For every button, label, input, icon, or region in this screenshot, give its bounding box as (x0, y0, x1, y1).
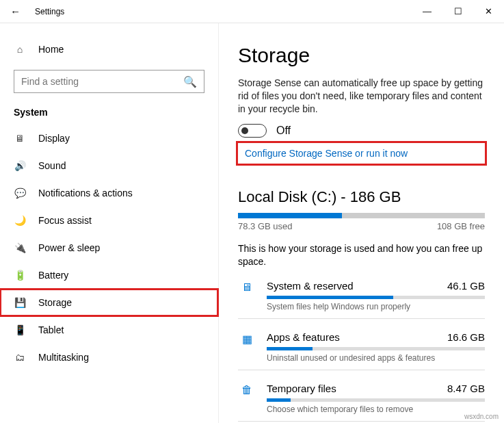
system-reserved-icon: 🖥 (238, 280, 256, 311)
category-subtext: Choose which temporary files to remove (267, 405, 485, 414)
home-label: Home (38, 44, 64, 55)
watermark: wsxdn.com (464, 413, 499, 420)
usage-hint: This is how your storage is used and how… (238, 242, 485, 268)
category-bar (267, 347, 485, 350)
search-icon: 🔍 (183, 75, 197, 88)
sidebar-item-display[interactable]: 🖥Display (0, 125, 218, 152)
sidebar-item-label: Notifications & actions (38, 188, 133, 198)
apps-features-icon: ▦ (238, 331, 256, 363)
display-icon: 🖥 (14, 133, 26, 144)
page-title: Storage (238, 44, 485, 67)
storage-category-row[interactable]: ▦Apps & features16.6 GBUninstall unused … (238, 324, 485, 370)
sidebar-item-power-sleep[interactable]: 🔌Power & sleep (0, 234, 218, 261)
tablet-icon: 📱 (14, 324, 26, 335)
sidebar-item-label: Tablet (38, 324, 64, 335)
search-input[interactable] (21, 76, 183, 87)
storage-sense-description: Storage Sense can automatically free up … (238, 77, 485, 116)
multitasking-icon: 🗂 (14, 352, 26, 363)
storage-sense-toggle[interactable] (238, 124, 267, 138)
close-button[interactable]: ✕ (473, 0, 504, 23)
category-subtext: System files help Windows run properly (267, 302, 485, 311)
sidebar-item-label: Power & sleep (38, 242, 100, 253)
configure-storage-sense-link[interactable]: Configure Storage Sense or run it now (245, 148, 408, 159)
storage-category-row[interactable]: 🗑Temporary files8.47 GBChoose which temp… (238, 376, 485, 422)
sidebar-item-notifications-actions[interactable]: 💬Notifications & actions (0, 179, 218, 207)
disk-free-label: 108 GB free (437, 221, 485, 231)
sidebar: ⌂ Home 🔍 System 🖥Display🔊Sound💬Notificat… (0, 23, 219, 423)
notifications-actions-icon: 💬 (14, 188, 26, 198)
category-name: System & reserved (267, 280, 354, 292)
sidebar-item-tablet[interactable]: 📱Tablet (0, 316, 218, 344)
category-bar (267, 398, 485, 402)
minimize-button[interactable]: — (412, 0, 442, 23)
sidebar-item-label: Battery (38, 270, 68, 281)
sidebar-item-sound[interactable]: 🔊Sound (0, 152, 218, 179)
category-name: Temporary files (267, 383, 336, 394)
back-button[interactable]: ← (0, 0, 31, 23)
category-size: 8.47 GB (447, 383, 485, 394)
sidebar-item-label: Display (38, 133, 70, 144)
window-title: Settings (31, 7, 412, 16)
sidebar-item-focus-assist[interactable]: 🌙Focus assist (0, 207, 218, 234)
sidebar-home[interactable]: ⌂ Home (0, 36, 218, 63)
sidebar-section-header: System (0, 103, 218, 125)
sidebar-item-label: Sound (38, 160, 66, 171)
temporary-files-icon: 🗑 (238, 383, 256, 414)
category-size: 16.6 GB (447, 331, 485, 343)
disk-used-label: 78.3 GB used (238, 221, 293, 231)
maximize-button[interactable]: ☐ (442, 0, 473, 23)
storage-icon: 💾 (14, 297, 26, 308)
storage-category-row[interactable]: 🖥System & reserved46.1 GBSystem files he… (238, 273, 485, 319)
disk-title: Local Disk (C:) - 186 GB (238, 188, 485, 206)
category-bar (267, 296, 485, 299)
toggle-state-label: Off (276, 125, 291, 137)
category-subtext: Uninstall unused or undesired apps & fea… (267, 353, 485, 363)
battery-icon: 🔋 (14, 270, 26, 281)
sidebar-item-multitasking[interactable]: 🗂Multitasking (0, 344, 218, 371)
search-input-wrap[interactable]: 🔍 (14, 70, 204, 93)
home-icon: ⌂ (14, 44, 26, 55)
category-name: Apps & features (267, 331, 340, 343)
sidebar-item-label: Storage (38, 297, 72, 308)
sidebar-item-label: Multitasking (38, 352, 89, 363)
sound-icon: 🔊 (14, 160, 26, 171)
sidebar-item-battery[interactable]: 🔋Battery (0, 261, 218, 289)
main-panel: Storage Storage Sense can automatically … (219, 23, 504, 423)
power-sleep-icon: 🔌 (14, 242, 26, 253)
sidebar-item-storage[interactable]: 💾Storage (0, 289, 218, 316)
disk-usage-bar (238, 213, 485, 218)
focus-assist-icon: 🌙 (14, 215, 26, 226)
category-size: 46.1 GB (447, 280, 485, 292)
sidebar-item-label: Focus assist (38, 215, 92, 226)
